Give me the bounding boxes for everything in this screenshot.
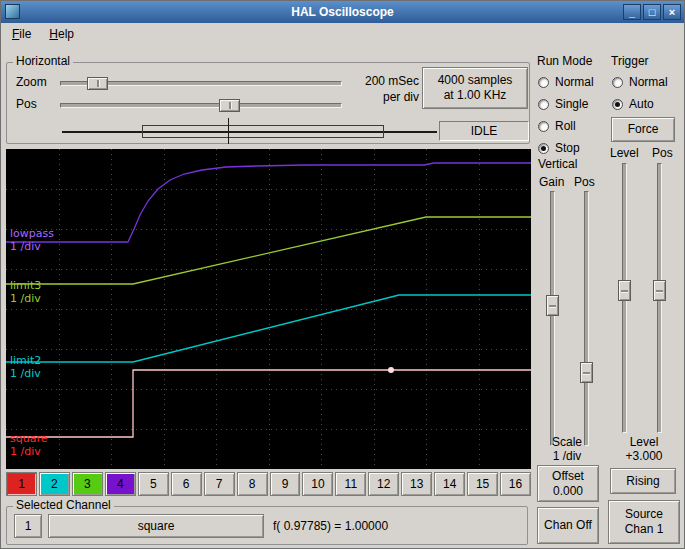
trigger-label: Trigger	[611, 54, 649, 68]
offset-button-line2: 0.000	[553, 484, 583, 499]
pos-label: Pos	[16, 97, 37, 111]
close-button-icon[interactable]: ×	[663, 4, 681, 20]
run-mode-option-label: Single	[555, 97, 588, 111]
offset-button[interactable]: Offset 0.000	[537, 465, 599, 502]
channel-button-14[interactable]: 14	[434, 472, 465, 496]
zoom-slider[interactable]	[60, 81, 342, 86]
maximize-button-icon[interactable]: □	[643, 4, 661, 20]
channel-button-16[interactable]: 16	[500, 472, 531, 496]
trigger-source-button[interactable]: Source Chan 1	[608, 500, 680, 544]
scale-value: 1 /div	[535, 449, 599, 463]
trace-limit3	[6, 217, 531, 284]
status-text: IDLE	[471, 124, 498, 138]
trigger-edge-button[interactable]: Rising	[610, 468, 676, 494]
trigger-option-label: Auto	[629, 97, 654, 111]
trigger-pos-label: Pos	[652, 146, 673, 160]
selected-channel-readout: f( 0.97785) = 1.00000	[273, 519, 388, 533]
run-mode-option-label: Normal	[555, 75, 594, 89]
run-mode-option-roll[interactable]: Roll	[538, 115, 594, 137]
trigger-edge-label: Rising	[626, 474, 659, 489]
trigger-option-label: Normal	[629, 75, 668, 89]
channel-button-3[interactable]: 3	[72, 472, 103, 496]
trigger-level-slider[interactable]	[622, 163, 627, 433]
horizontal-frame: Horizontal Zoom Pos 200 mSec per div 400…	[6, 62, 530, 144]
trigger-readout-label: Level	[609, 435, 679, 449]
menu-help[interactable]: Help	[40, 25, 83, 43]
trigger-pos-slider-thumb[interactable]	[653, 280, 666, 301]
run-mode-option-stop[interactable]: Stop	[538, 137, 594, 159]
channel-button-11[interactable]: 11	[335, 472, 366, 496]
vertical-pos-slider[interactable]	[584, 191, 589, 446]
radio-icon[interactable]	[538, 121, 549, 132]
channel-button-5[interactable]: 5	[138, 472, 169, 496]
run-mode-option-normal[interactable]: Normal	[538, 71, 594, 93]
title-bar[interactable]: HAL Oscilloscope _ □ ×	[1, 1, 684, 23]
selected-channel-number-button[interactable]: 1	[14, 514, 42, 538]
menu-file[interactable]: File	[3, 25, 40, 43]
pos-slider-thumb[interactable]	[219, 99, 240, 112]
run-mode-option-label: Stop	[555, 141, 580, 155]
record-position-indicator	[62, 118, 437, 144]
scale-label: Scale	[535, 435, 599, 449]
vertical-pos-label: Pos	[574, 175, 595, 189]
run-mode-label: Run Mode	[537, 54, 592, 68]
minimize-button-icon[interactable]: _	[623, 4, 641, 20]
run-mode-option-label: Roll	[555, 119, 576, 133]
offset-button-line1: Offset	[552, 469, 584, 484]
trigger-level-label: Level	[610, 146, 639, 160]
channel-button-8[interactable]: 8	[237, 472, 268, 496]
hal-oscilloscope-window: HAL Oscilloscope _ □ × File Help Horizon…	[0, 0, 685, 549]
trace-lowpass	[6, 163, 531, 242]
force-button[interactable]: Force	[611, 117, 675, 142]
selected-channel-frame-label: Selected Channel	[13, 498, 114, 512]
channel-button-12[interactable]: 12	[368, 472, 399, 496]
trigger-level-slider-thumb[interactable]	[618, 280, 631, 301]
record-length-line1: 4000 samples	[438, 73, 513, 88]
radio-icon[interactable]	[538, 143, 549, 154]
trigger-source-line2: Chan 1	[625, 522, 664, 537]
scope-display[interactable]: lowpass1 /divlimit31 /divlimit21 /divsqu…	[6, 149, 531, 469]
selected-channel-frame: Selected Channel 1 square f( 0.97785) = …	[6, 506, 528, 545]
radio-icon[interactable]	[612, 77, 623, 88]
selected-channel-name-button[interactable]: square	[48, 514, 264, 538]
channel-button-10[interactable]: 10	[302, 472, 333, 496]
selected-channel-number: 1	[25, 519, 32, 534]
window-icon	[5, 4, 20, 19]
vertical-pos-slider-thumb[interactable]	[580, 362, 593, 383]
channel-button-7[interactable]: 7	[204, 472, 235, 496]
window-title: HAL Oscilloscope	[1, 5, 684, 19]
channel-button-15[interactable]: 15	[467, 472, 498, 496]
chan-off-button[interactable]: Chan Off	[537, 507, 599, 544]
radio-icon[interactable]	[538, 99, 549, 110]
run-mode-option-single[interactable]: Single	[538, 93, 594, 115]
trigger-options: NormalAuto	[612, 71, 668, 115]
gain-slider-thumb[interactable]	[546, 295, 559, 316]
radio-icon[interactable]	[538, 77, 549, 88]
channel-buttons-row: 12345678910111213141516	[6, 472, 531, 496]
channel-button-13[interactable]: 13	[401, 472, 432, 496]
visible-window-box	[142, 125, 384, 138]
scope-traces	[6, 149, 531, 469]
channel-button-4[interactable]: 4	[105, 472, 136, 496]
zoom-label: Zoom	[16, 75, 47, 89]
scope-label-limit3: limit31 /div	[10, 279, 41, 305]
channel-button-1[interactable]: 1	[6, 472, 37, 496]
radio-icon[interactable]	[612, 99, 623, 110]
channel-button-9[interactable]: 9	[270, 472, 301, 496]
trigger-point-marker	[388, 367, 394, 373]
gain-slider[interactable]	[550, 191, 555, 446]
trigger-option-auto[interactable]: Auto	[612, 93, 668, 115]
pos-slider[interactable]	[60, 103, 342, 108]
trigger-option-normal[interactable]: Normal	[612, 71, 668, 93]
channel-button-2[interactable]: 2	[39, 472, 70, 496]
force-button-label: Force	[628, 122, 659, 137]
trace-limit2	[6, 295, 531, 362]
trigger-position-tick	[228, 118, 229, 144]
record-length-button[interactable]: 4000 samples at 1.00 KHz	[422, 67, 528, 109]
record-length-line2: at 1.00 KHz	[444, 88, 507, 103]
menu-bar: File Help	[1, 23, 684, 45]
zoom-slider-thumb[interactable]	[87, 77, 108, 90]
vertical-label: Vertical	[538, 157, 577, 171]
trigger-pos-slider[interactable]	[657, 163, 662, 433]
channel-button-6[interactable]: 6	[171, 472, 202, 496]
